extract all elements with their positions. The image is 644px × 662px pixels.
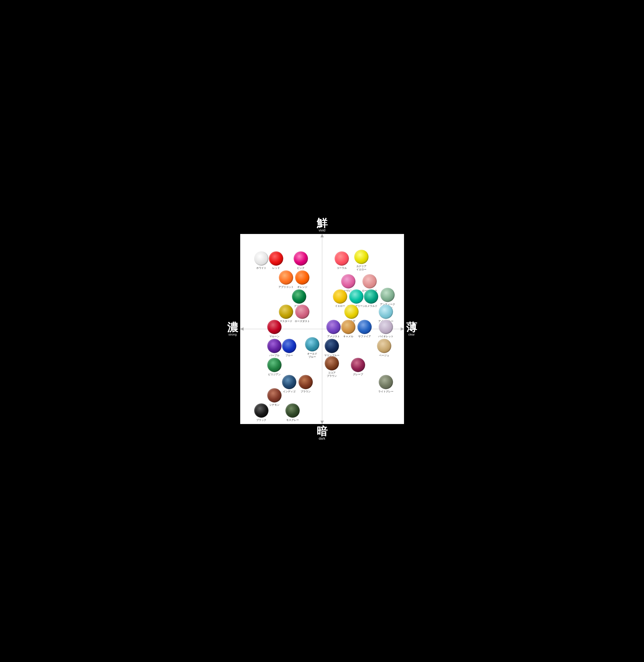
color-item-marine_blue[interactable]: マリンブルー <box>324 339 339 357</box>
color-label-orange: オレンジ <box>297 286 307 289</box>
color-label-grape: グレープ <box>353 373 363 376</box>
bottom-axis-kanji: 暗 <box>227 426 417 437</box>
color-item-indigo[interactable]: インディゴ <box>282 375 296 393</box>
bottom-axis-label: 暗 dark <box>227 426 417 441</box>
color-label-violet: バイオレット <box>378 335 393 338</box>
color-label-red: レッド <box>272 266 280 270</box>
color-chart-container: 鮮 vivid 濃 strong ホワイトレッドピンクコーラルカナリアイエローア… <box>219 205 426 457</box>
color-item-black[interactable]: ブラック <box>254 403 269 422</box>
color-item-brown[interactable]: ブラウン <box>298 375 313 393</box>
color-label-cinnamon: シナモン <box>269 403 279 407</box>
color-item-coral[interactable]: コーラル <box>335 251 349 270</box>
top-axis-kanji: 鮮 <box>227 218 417 228</box>
color-circle-light_gray <box>379 375 393 389</box>
color-circle-grape <box>351 358 365 372</box>
color-circle-apricot <box>279 270 293 285</box>
color-item-cocoa_brown[interactable]: ココアブラウン <box>325 356 339 378</box>
color-label-sapphire: サファイア <box>358 335 371 338</box>
color-circle-blue_green <box>349 289 364 304</box>
color-label-moss_gray: モスグレー <box>286 419 299 422</box>
color-chart-area: ホワイトレッドピンクコーラルカナリアイエローアプリコットオレンジモーヴピンクロー… <box>240 234 404 424</box>
color-circle-yellow <box>333 289 347 304</box>
color-circle-cocoa_brown <box>325 356 339 370</box>
color-item-white[interactable]: ホワイト <box>254 251 269 270</box>
arrow-up-icon <box>320 234 324 237</box>
color-label-purple: パープル <box>269 354 279 357</box>
chart-row: 濃 strong ホワイトレッドピンクコーラルカナリアイエローアプリコットオレン… <box>227 234 417 424</box>
color-circle-maroon <box>267 320 281 334</box>
color-circle-indigo <box>282 375 296 389</box>
color-item-canary[interactable]: カナリアイエロー <box>354 249 369 271</box>
arrow-down-icon <box>320 421 324 424</box>
color-circle-brown <box>298 375 313 389</box>
color-label-emerald: エメラルド <box>365 305 377 308</box>
color-circle-antique_green <box>381 288 395 302</box>
color-item-viridian[interactable]: ビリジアン <box>267 358 281 376</box>
color-circle-emerald <box>364 289 378 304</box>
color-circle-mauve_pink <box>341 274 355 288</box>
arrow-right-icon <box>400 327 404 331</box>
color-label-rose_dust: ローズダスト <box>295 320 310 323</box>
color-item-violet[interactable]: バイオレット <box>378 320 393 338</box>
color-circle-sapphire <box>358 320 372 334</box>
left-axis-kanji: 濃 <box>227 322 238 333</box>
color-item-red[interactable]: レッド <box>269 251 283 270</box>
bottom-axis-roman: dark <box>227 437 417 441</box>
arrow-left-icon <box>240 327 244 331</box>
color-label-beige: ベージュ <box>379 354 389 357</box>
color-item-camel[interactable]: キャメル <box>341 320 355 338</box>
color-circle-viridian <box>267 358 281 372</box>
color-item-amethyst[interactable]: アメジスト <box>326 320 341 338</box>
color-item-moss_gray[interactable]: モスグレー <box>285 403 300 422</box>
color-circle-orange <box>295 270 309 285</box>
color-label-apricot: アプリコット <box>278 286 294 289</box>
color-item-old_blue[interactable]: オールドブルー <box>305 337 319 359</box>
left-axis-label: 濃 strong <box>227 322 238 336</box>
color-item-pink[interactable]: ピンク <box>294 251 308 270</box>
color-item-sapphire[interactable]: サファイア <box>358 320 372 338</box>
color-circle-moss_gray <box>285 403 300 418</box>
color-circle-black <box>254 403 269 418</box>
color-label-old_blue: オールドブルー <box>307 352 317 359</box>
color-circle-beige <box>377 339 391 353</box>
color-item-emerald[interactable]: エメラルド <box>364 289 378 308</box>
color-item-light_gray[interactable]: ライトグレー <box>378 375 393 393</box>
top-axis-label: 鮮 vivid <box>227 218 417 232</box>
color-circle-ice_blue <box>379 305 393 319</box>
color-item-grape[interactable]: グレープ <box>351 358 365 376</box>
right-axis-label: 薄 clear <box>406 322 417 336</box>
color-circle-cinnamon <box>267 388 281 402</box>
color-item-maroon[interactable]: マルーン <box>267 320 281 338</box>
color-circle-marine_blue <box>325 339 339 353</box>
color-circle-camel <box>341 320 355 334</box>
color-circle-pink <box>294 251 308 266</box>
color-item-orange[interactable]: オレンジ <box>295 270 309 289</box>
color-label-light_gray: ライトグレー <box>378 390 393 393</box>
color-item-rose_dust[interactable]: ローズダスト <box>295 305 310 323</box>
color-label-amethyst: アメジスト <box>327 335 340 338</box>
color-circle-canary <box>354 249 369 264</box>
color-circle-white <box>254 251 269 266</box>
color-item-beige[interactable]: ベージュ <box>377 339 391 357</box>
color-circle-old_blue <box>305 337 319 351</box>
color-circle-mustard <box>279 305 293 319</box>
color-item-purple[interactable]: パープル <box>267 339 281 357</box>
color-circle-coral <box>335 251 349 266</box>
color-label-camel: キャメル <box>343 335 353 338</box>
color-label-white: ホワイト <box>256 266 267 270</box>
color-label-yellow: イエロー <box>335 305 345 308</box>
color-label-canary: カナリアイエロー <box>356 265 366 271</box>
color-circle-green <box>292 289 306 304</box>
color-circle-purple <box>267 339 281 353</box>
color-circle-red <box>269 251 283 266</box>
color-item-blue[interactable]: ブルー <box>282 339 296 357</box>
color-label-black: ブラック <box>256 419 267 422</box>
color-label-pink: ピンク <box>297 266 305 270</box>
color-item-apricot[interactable]: アプリコット <box>278 270 294 289</box>
color-item-cinnamon[interactable]: シナモン <box>267 388 281 407</box>
color-circle-violet <box>379 320 393 334</box>
color-circle-rose_dust <box>295 305 309 319</box>
color-label-brown: ブラウン <box>301 390 311 393</box>
color-label-coral: コーラル <box>337 266 347 270</box>
color-label-viridian: ビリジアン <box>268 373 281 376</box>
